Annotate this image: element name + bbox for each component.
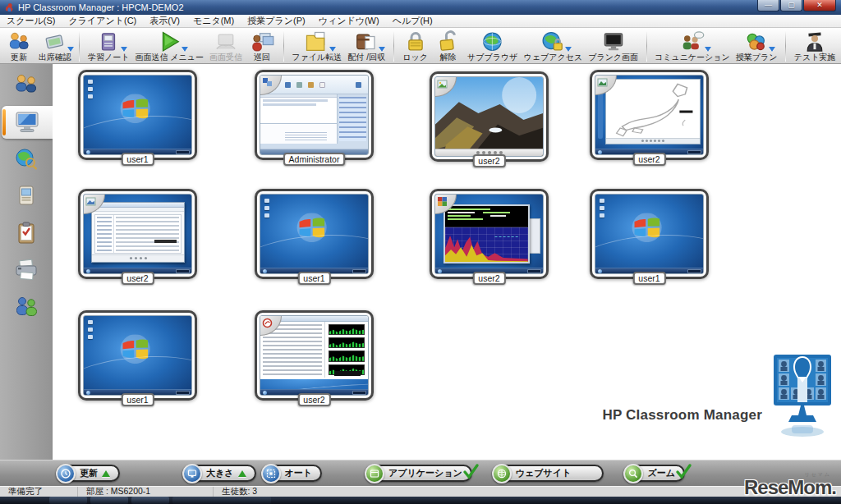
- student-screen-photo-viewer: [434, 76, 544, 157]
- lesson-plan-button[interactable]: 授業プラン: [733, 29, 780, 63]
- sub-browser-button[interactable]: サブブラウザ: [465, 29, 521, 63]
- student-screen-desktop: [595, 194, 704, 274]
- run-test-button[interactable]: テスト実施: [791, 29, 839, 63]
- toolbar-label: コミュニケーション: [655, 53, 730, 62]
- application-icon: [365, 464, 384, 483]
- receive-screen-icon: [214, 31, 238, 53]
- refresh-rate-button[interactable]: 更新: [56, 465, 120, 482]
- menu-bar: スクール(S) クライアント(C) 表示(V) モニタ(M) 授業プラン(P) …: [0, 15, 841, 28]
- student-thumbnail[interactable]: user1: [78, 70, 197, 160]
- application-toggle-button[interactable]: アプリケーション: [365, 465, 472, 482]
- people-refresh-icon: [7, 31, 31, 53]
- auto-arrange-button[interactable]: オート: [261, 465, 323, 482]
- sidebar-item-chat[interactable]: [3, 291, 49, 323]
- printer-icon: [13, 258, 39, 282]
- control-label: 大きさ: [206, 467, 234, 479]
- dropdown-arrow-icon: [705, 47, 711, 52]
- show-screen-menu-button[interactable]: 画面送信 メニュー: [132, 29, 206, 63]
- sidebar-item-student-register[interactable]: [3, 217, 49, 250]
- folder-icon: [305, 31, 329, 53]
- lock-button[interactable]: ロック: [399, 29, 432, 63]
- student-thumbnail[interactable]: Administrator: [255, 70, 374, 160]
- student-screen-desktop: [260, 194, 369, 274]
- student-thumbnail[interactable]: user2: [430, 71, 549, 162]
- toolbar-label: 画面受信: [209, 53, 242, 62]
- toolbar-separator: [785, 30, 786, 62]
- student-name-label: user1: [297, 272, 330, 285]
- website-globe-icon: [492, 464, 512, 483]
- status-bar: 準備完了 部屋 : MS6200-1 生徒数: 3: [0, 486, 841, 497]
- dropdown-arrow-icon: [769, 47, 775, 52]
- menu-client[interactable]: クライアント(C): [62, 15, 143, 27]
- logo-monitor-graphic: [772, 353, 833, 445]
- auto-frame-icon: [261, 464, 281, 483]
- sidebar-item-students[interactable]: [3, 69, 49, 102]
- student-thumbnail[interactable]: user1: [590, 189, 709, 279]
- toolbar-label: 学習ノート: [88, 53, 129, 62]
- size-button[interactable]: 大きさ: [182, 465, 256, 482]
- communication-button[interactable]: コミュニケーション: [652, 29, 733, 63]
- student-screen-desktop: [83, 75, 192, 155]
- student-name-label: user1: [632, 272, 665, 285]
- refresh-button[interactable]: 更新: [2, 29, 35, 63]
- student-thumbnail[interactable]: user2: [255, 310, 374, 401]
- sidebar-item-print[interactable]: [3, 254, 49, 286]
- dropdown-arrow-icon: [379, 47, 385, 52]
- logo-text: HP Classroom Manager: [602, 407, 762, 424]
- zoom-toggle-button[interactable]: ズーム: [623, 465, 685, 482]
- toolbar-separator: [393, 30, 394, 62]
- patrol-button[interactable]: 巡回: [246, 29, 278, 63]
- sidebar-item-web-monitor[interactable]: [3, 143, 49, 176]
- play-icon: [157, 31, 182, 53]
- student-name-label: user2: [121, 272, 154, 285]
- student-name-label: user2: [297, 393, 330, 406]
- lock-icon: [403, 31, 428, 53]
- lesson-plan-icon: [744, 31, 769, 53]
- status-ready: 準備完了: [0, 487, 78, 497]
- web-access-button[interactable]: ウェブアクセス: [521, 29, 586, 63]
- student-thumbnail[interactable]: user2: [590, 70, 709, 160]
- toolbar-label: ウェブアクセス: [524, 53, 583, 62]
- student-thumbnail[interactable]: user2: [78, 189, 197, 279]
- menu-help[interactable]: ヘルプ(H): [386, 15, 439, 27]
- clock-icon: [56, 464, 76, 483]
- student-thumbnail[interactable]: user2: [430, 189, 549, 279]
- student-screen-mail-app: [260, 75, 369, 155]
- unlock-button[interactable]: 解除: [432, 29, 465, 63]
- menu-window[interactable]: ウィンドウ(W): [312, 15, 386, 27]
- minimize-button[interactable]: —: [757, 0, 779, 11]
- unlock-icon: [436, 31, 461, 53]
- website-toggle-button[interactable]: ウェブサイト: [492, 465, 604, 482]
- student-name-label: user1: [121, 393, 154, 406]
- menu-monitor[interactable]: モニタ(M): [186, 15, 241, 27]
- study-note-button[interactable]: 学習ノート: [85, 29, 132, 63]
- student-name-label: user1: [121, 153, 154, 166]
- students-group-icon: [12, 73, 40, 98]
- distribute-collect-button[interactable]: 配付 /回収: [345, 29, 388, 63]
- patrol-icon: [250, 31, 274, 53]
- toolbar-label: 出席確認: [39, 53, 71, 62]
- magnifier-icon: [623, 464, 643, 483]
- window-title: HP Classroom Manager : HPCM-DEMO2: [18, 2, 184, 12]
- monitor-size-icon: [182, 464, 202, 483]
- mode-sidebar: [0, 64, 53, 460]
- menu-view[interactable]: 表示(V): [143, 15, 186, 27]
- sidebar-item-journal[interactable]: [3, 180, 49, 213]
- status-student-count: 生徒数: 3: [214, 487, 265, 497]
- monitor-icon: [13, 110, 41, 135]
- blank-screen-button[interactable]: ブランク画面: [586, 29, 641, 63]
- sidebar-item-monitor-view[interactable]: [2, 106, 53, 139]
- maximize-button[interactable]: ▢: [780, 0, 802, 11]
- student-thumbnail[interactable]: user1: [255, 189, 374, 279]
- attendance-button[interactable]: 出席確認: [35, 29, 74, 63]
- clipboard-check-icon: [14, 221, 39, 245]
- file-transfer-button[interactable]: ファイル転送: [289, 29, 345, 63]
- menu-lesson-plan[interactable]: 授業プラン(P): [241, 15, 311, 27]
- view-control-bar: 更新 大きさ オート アプリケーション ウェブ: [0, 460, 841, 486]
- toolbar-label: ブランク画面: [588, 53, 638, 62]
- menu-school[interactable]: スクール(S): [0, 15, 62, 27]
- up-arrow-icon: [238, 470, 246, 477]
- toolbar-label: 画面送信 メニュー: [135, 53, 203, 62]
- close-button[interactable]: ✕: [803, 0, 836, 11]
- student-thumbnail[interactable]: user1: [78, 310, 197, 401]
